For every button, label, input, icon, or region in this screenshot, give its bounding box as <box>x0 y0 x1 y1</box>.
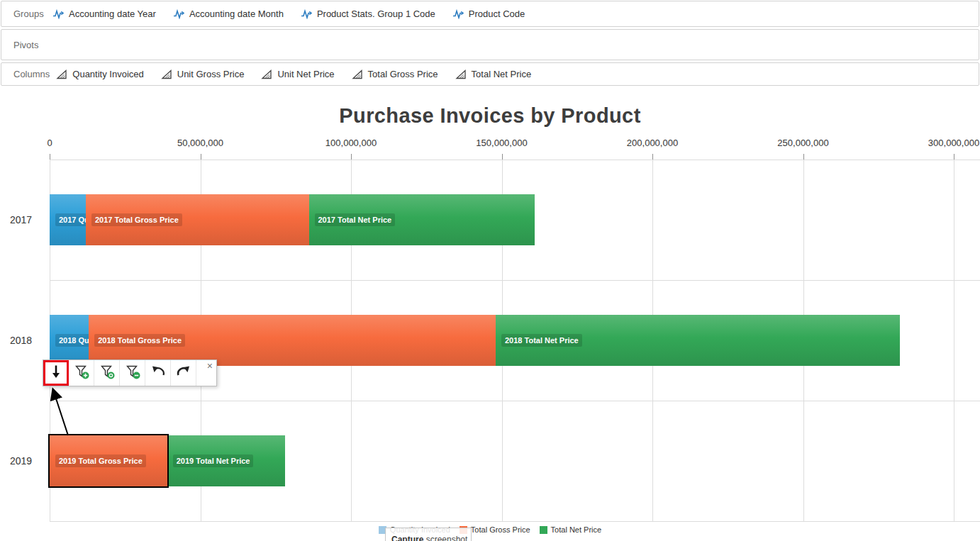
filter-add-icon <box>74 364 89 382</box>
x-tick-mark <box>803 154 804 160</box>
bar-segment-2018-total-gross-price[interactable]: 2018 Total Gross Price <box>89 315 496 366</box>
bar-label: 2018 Total Gross Price <box>94 334 185 347</box>
tooltip-text-bold: Capture <box>391 535 423 541</box>
vertical-gridline <box>954 160 954 521</box>
bar-segment-2018-total-net-price[interactable]: 2018 Total Net Price <box>496 315 900 366</box>
bar-label: 2017 Quantity Invoiced <box>55 213 86 226</box>
filter-remove-button[interactable] <box>120 360 145 386</box>
bar-segment-2019-total-net-price[interactable]: 2019 Total Net Price <box>167 435 285 486</box>
x-tick-label: 0 <box>47 138 52 148</box>
context-toolbar: × <box>43 359 217 386</box>
bar-segment-2018-quantity-invoiced[interactable]: 2018 Quantity Invoiced <box>50 315 89 366</box>
x-tick-mark <box>351 154 352 160</box>
tooltip-text: screenshot. <box>423 535 469 541</box>
x-tick-mark <box>50 154 50 160</box>
x-tick-mark <box>502 154 503 160</box>
horizontal-gridline <box>50 160 980 160</box>
bar-segment-2017-total-net-price[interactable]: 2017 Total Net Price <box>309 194 535 245</box>
chart-area: Purchase Invoices by Product 050,000,000… <box>0 0 980 541</box>
filter-remove-icon <box>125 364 140 382</box>
chart-legend: Quantity InvoicedTotal Gross PriceTotal … <box>0 525 980 534</box>
y-category-label: 2017 <box>10 214 32 225</box>
legend-item-total-net-price[interactable]: Total Net Price <box>540 525 602 534</box>
bar-label: 2019 Total Net Price <box>173 454 254 467</box>
bar-label: 2018 Quantity Invoiced <box>55 334 89 347</box>
legend-swatch <box>540 526 547 534</box>
close-icon[interactable]: × <box>207 361 213 371</box>
chart-title: Purchase Invoices by Product <box>0 104 980 128</box>
x-tick-label: 200,000,000 <box>627 138 678 148</box>
filter-zero-icon <box>99 364 115 382</box>
bar-segment-2017-quantity-invoiced[interactable]: 2017 Quantity Invoiced <box>50 194 86 245</box>
x-tick-label: 50,000,000 <box>177 138 223 148</box>
undo-icon <box>150 364 166 381</box>
y-category-label: 2019 <box>10 455 32 467</box>
x-tick-mark <box>652 154 653 160</box>
horizontal-gridline <box>50 521 980 522</box>
redo-icon <box>176 364 191 381</box>
legend-label: Total Net Price <box>551 525 602 534</box>
x-tick-label: 100,000,000 <box>325 138 377 148</box>
legend-label: Total Gross Price <box>471 525 530 534</box>
bar-segment-2017-total-gross-price[interactable]: 2017 Total Gross Price <box>86 194 309 245</box>
x-tick-mark <box>954 154 954 160</box>
drill-down-button[interactable] <box>43 360 69 386</box>
undo-button[interactable] <box>145 360 171 386</box>
annotation-arrow <box>41 383 84 441</box>
horizontal-gridline <box>50 401 980 401</box>
bar-label: 2018 Total Net Price <box>501 334 582 347</box>
redo-button[interactable] <box>171 360 196 386</box>
capture-screenshot-tooltip: Capture screenshot. <box>385 528 472 541</box>
bar-segment-2019-total-gross-price[interactable]: 2019 Total Gross Price <box>50 435 167 486</box>
bar-label: 2017 Total Net Price <box>315 213 396 226</box>
drill-down-icon <box>49 364 63 382</box>
horizontal-gridline <box>50 280 980 281</box>
bar-label: 2019 Total Gross Price <box>55 454 146 467</box>
bar-label: 2017 Total Gross Price <box>91 213 182 226</box>
filter-add-button[interactable] <box>69 360 94 386</box>
x-tick-label: 150,000,000 <box>476 138 527 148</box>
x-tick-label: 300,000,000 <box>928 138 979 148</box>
filter-zero-button[interactable] <box>94 360 120 386</box>
x-tick-label: 250,000,000 <box>777 138 828 148</box>
y-category-label: 2018 <box>10 335 32 346</box>
x-tick-mark <box>201 154 201 160</box>
